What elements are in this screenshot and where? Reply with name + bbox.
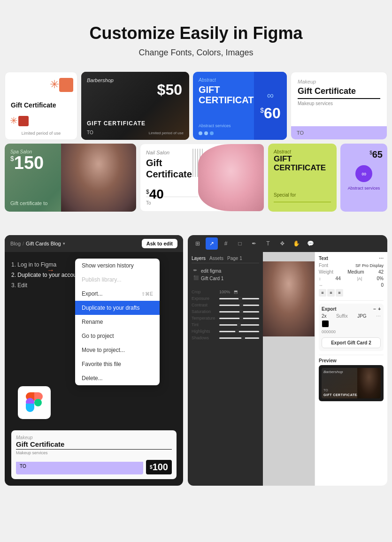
color-swatches [322, 320, 381, 328]
figma-sidebar-tabs: Layers Assets Page 1 [192, 256, 259, 263]
tab-assets[interactable]: Assets [209, 256, 223, 261]
layer-gift-card[interactable]: ⬛ Gift Card 1 [192, 275, 259, 282]
menu-item-export[interactable]: Export... ⇧⌘E [75, 287, 160, 301]
tool-hand-icon[interactable]: ✋ [290, 237, 302, 250]
minus-icon[interactable]: − [373, 306, 376, 312]
export-shortcut: ⇧⌘E [141, 291, 153, 297]
card-nail-salon: Nail Salon Gift Certificate To $40 [140, 144, 264, 212]
highlights-thumb [235, 329, 239, 333]
breadcrumb-blog: Blog [10, 241, 21, 246]
barbershop-to: TO [87, 130, 93, 135]
abstract-services: Abstract services [199, 123, 231, 128]
card-3-price: $60 [260, 105, 280, 122]
figma-toolbar: Blog / Gift Cards Blog ▾ Ask to edit [5, 235, 183, 252]
more-icon[interactable]: ⋯ [379, 256, 384, 261]
align-right-icon[interactable]: ≡ [336, 289, 343, 297]
tool-move-icon[interactable]: ↗ [206, 237, 218, 250]
adjust-saturation: Saturation [192, 309, 259, 314]
card-abstract-blue: Abstract GIFT CERTIFICATE Abstract servi… [193, 72, 287, 140]
breadcrumb-current: Gift Cards Blog [26, 241, 61, 246]
tool-frame-icon[interactable]: # [220, 237, 232, 250]
align-center-icon[interactable]: ≡ [327, 289, 335, 297]
menu-item-favorite[interactable]: Favorite this file [75, 357, 160, 371]
adjust-shadows: Shadows [192, 336, 259, 340]
line-1 [192, 149, 193, 177]
adjust-exposure: Exposure [192, 296, 259, 301]
preview-shop-name: Barbershop [323, 370, 343, 374]
lavender-price: $65 [369, 149, 383, 160]
menu-item-rename[interactable]: Rename [75, 315, 160, 329]
saturation-slider[interactable] [219, 311, 259, 313]
figma-dropdown-menu: Show version history Publish library... … [75, 259, 160, 385]
card-grid: ✳ Gift Certificate ✳ Limited period of u… [0, 72, 392, 212]
card-lavender: $65 ∞ Abstract services [340, 144, 387, 212]
tool-component-icon[interactable]: ❖ [276, 237, 288, 250]
tint-slider[interactable] [219, 324, 259, 326]
star-bottom-icon: ✳ [10, 115, 18, 126]
card-gift-white: ✳ Gift Certificate ✳ Limited period of u… [5, 72, 77, 140]
red-square-deco [18, 116, 29, 126]
dot-2 [204, 131, 208, 135]
infinity-circle-icon: ∞ [355, 165, 372, 182]
page-subtitle: Change Fonts, Colors, Images [9, 48, 383, 58]
shadows-slider[interactable] [219, 337, 259, 339]
tab-page[interactable]: Page 1 [227, 256, 242, 261]
paragraph-spacing-row: ↔ 0 [319, 282, 384, 288]
price-dollar: $ [260, 107, 264, 114]
menu-item-move-to-project[interactable]: Move to project... [75, 343, 160, 357]
preview-man-silhouette [357, 368, 381, 398]
tool-comment-icon[interactable]: 💬 [304, 237, 316, 250]
shadows-thumb [241, 336, 245, 340]
layer-frame-icon: ⬛ [193, 275, 199, 281]
card-3-left: Abstract GIFT CERTIFICATE Abstract servi… [193, 72, 256, 111]
menu-item-delete[interactable]: Delete... [75, 371, 160, 385]
tool-pen-icon[interactable]: ✒ [248, 237, 260, 250]
arrow-right-icon: → [47, 266, 54, 275]
contrast-slider[interactable] [219, 305, 259, 306]
line-height-row: ↕ 44 |A| 0% [319, 276, 384, 281]
preview-thumbnail: Barbershop $50 GIFT CERTIFICATE TO Limit… [319, 365, 384, 401]
align-left-icon[interactable]: ≡ [319, 289, 326, 297]
export-gift-card-button[interactable]: Export Gift Card 2 [322, 337, 381, 348]
makeup-cert-title: Gift Certificate [298, 86, 380, 99]
makeup-brand: Makeup [298, 79, 380, 84]
special-for-label: Special for [274, 192, 296, 198]
lavender-services: Abstract services [348, 186, 380, 191]
figma-props-panel: Text ⋯ Font SF Pro Display Weight Medium… [315, 252, 387, 486]
tool-text-icon[interactable]: T [262, 237, 274, 250]
canvas-photo [263, 261, 315, 336]
export-more-icon[interactable]: ⋯ [376, 313, 381, 319]
abstract-label: Abstract [199, 77, 251, 83]
nail-brand: Nail Salon [146, 150, 169, 155]
gift-title: GIFT CERTIFICATE [199, 84, 251, 105]
preview-makeup-card: Makeup Gift Certificate Makeup services … [11, 430, 177, 479]
adjust-tint: Tint [192, 322, 259, 327]
tool-grid-icon[interactable]: ⊞ [192, 237, 204, 250]
menu-item-version-history[interactable]: Show version history [75, 259, 160, 273]
card-row-2: Spa Salon $150 Gift certificate to Nail … [5, 144, 387, 212]
tool-shape-icon[interactable]: □ [234, 237, 246, 250]
spa-price: $150 [10, 153, 44, 173]
adjust-contrast: Contrast [192, 303, 259, 307]
exposure-slider[interactable] [219, 298, 259, 299]
adjust-temperature: Temperature [192, 316, 259, 321]
plus-icon[interactable]: + [378, 306, 381, 312]
makeup-to-bar: TO [291, 126, 387, 139]
ask-to-edit-button[interactable]: Ask to edit [142, 239, 177, 248]
tab-layers[interactable]: Layers [192, 256, 206, 261]
layer-edit-figma: ✏ edit figma [192, 267, 259, 275]
export-section-header: Export − + [322, 306, 381, 312]
temperature-thumb [239, 316, 243, 320]
menu-item-go-to-project[interactable]: Go to project [75, 329, 160, 343]
price-dollar: $ [157, 81, 166, 98]
figma-layers-sidebar: Layers Assets Page 1 ✏ edit figma ⬛ Gift… [188, 252, 263, 486]
figma-editor-content: Layers Assets Page 1 ✏ edit figma ⬛ Gift… [188, 252, 387, 486]
highlights-slider[interactable] [219, 331, 259, 332]
align-icons: ≡ ≡ ≡ [319, 289, 384, 297]
divider-h [274, 202, 331, 202]
price-dollar: $ [10, 155, 14, 162]
preview-thumb-cert: GIFT CERTIFICATE [323, 393, 357, 397]
card-1-limited: Limited period of use [5, 131, 77, 136]
menu-item-duplicate-drafts[interactable]: Duplicate to your drafts [75, 301, 160, 315]
temperature-slider[interactable] [219, 318, 259, 319]
